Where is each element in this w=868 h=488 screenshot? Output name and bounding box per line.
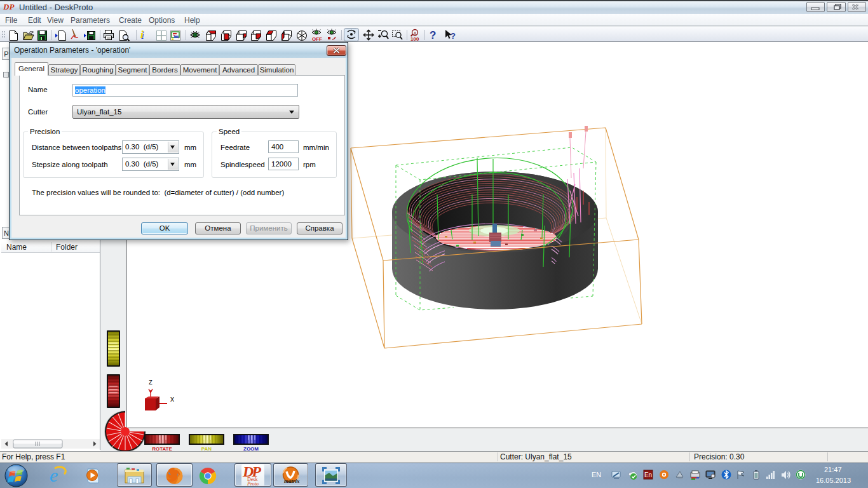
svg-text:A: A bbox=[414, 31, 417, 36]
svg-text:ROTATE: ROTATE bbox=[152, 446, 172, 451]
svg-text:?: ? bbox=[451, 31, 456, 41]
svg-text:100: 100 bbox=[410, 36, 419, 42]
svg-text:PAN: PAN bbox=[201, 446, 212, 451]
svg-text:matrix: matrix bbox=[284, 478, 300, 484]
svg-text:?: ? bbox=[430, 29, 436, 41]
svg-text:En: En bbox=[644, 471, 652, 478]
svg-text:OFF: OFF bbox=[312, 36, 322, 42]
svg-text:ZOOM: ZOOM bbox=[243, 446, 259, 451]
svg-text:i: i bbox=[140, 29, 144, 41]
